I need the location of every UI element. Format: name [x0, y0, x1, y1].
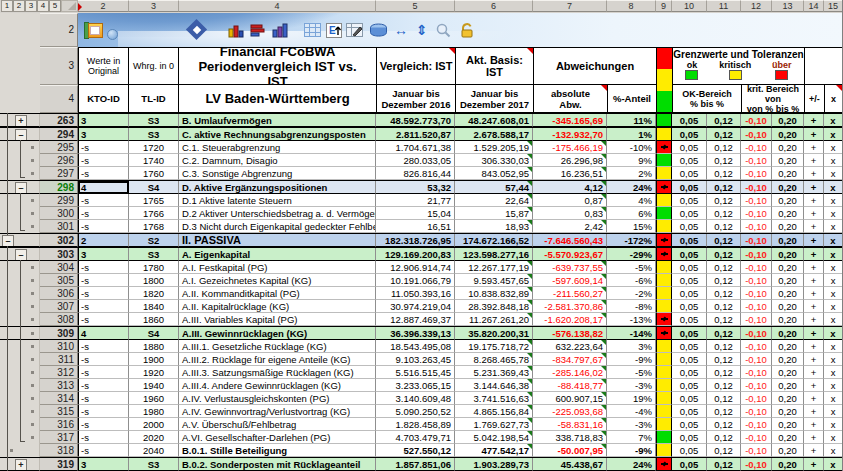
cell-plusminus[interactable]: + — [804, 220, 824, 233]
database-icon[interactable] — [369, 23, 388, 38]
row-number-311[interactable]: 311 — [40, 353, 78, 366]
cell-tl-id[interactable]: 1920 — [129, 366, 179, 379]
cell-value-2016[interactable]: 16,51 — [376, 220, 455, 233]
cell-krit-from[interactable]: -0,10 — [741, 340, 772, 353]
cell-tl-id[interactable]: 1768 — [129, 220, 179, 233]
cell-position-label[interactable]: II. PASSIVA — [179, 234, 376, 247]
cell-absolute-abw[interactable]: -597.609,14 — [533, 274, 607, 287]
row-number-310[interactable]: 310 — [40, 340, 78, 353]
cell-krit-to[interactable]: 0,20 — [772, 366, 804, 379]
cell-traffic-light-red[interactable] — [656, 313, 672, 326]
cell-position-label[interactable]: A.II. Kapitalrücklage (KG) — [179, 300, 376, 313]
padlock-open-icon[interactable] — [459, 22, 475, 38]
cell-x-flag[interactable]: x — [824, 154, 842, 167]
cell-tl-id[interactable]: 1860 — [129, 313, 179, 326]
row-number-294[interactable]: 294 — [40, 128, 78, 141]
cell-krit-to[interactable]: 0,20 — [772, 181, 804, 194]
cell-value-2017[interactable]: 5.042.198,54 — [455, 431, 533, 444]
cell-krit-to[interactable]: 0,20 — [772, 392, 804, 405]
cell-absolute-abw[interactable]: 16.236,51 — [533, 167, 607, 180]
cell-absolute-abw[interactable]: -285.146,02 — [533, 366, 607, 379]
cell-position-label[interactable]: A.V. Überschuß/Fehlbetrag — [179, 418, 376, 431]
cell-krit-from[interactable]: -0,10 — [741, 114, 772, 127]
diamond-icon[interactable] — [180, 19, 214, 41]
cell-position-label[interactable]: C. aktive Rechnungsabgrenzungsposten — [179, 128, 376, 141]
cell-kto-id[interactable]: -s — [78, 167, 129, 180]
cell-value-2016[interactable]: 12.887.469,37 — [376, 313, 455, 326]
cell-position-label[interactable]: A.III. Gewinnrücklagen (KG) — [179, 327, 376, 340]
cell-ok-to[interactable]: 0,12 — [707, 287, 741, 300]
row-number-301[interactable]: 301 — [40, 220, 78, 233]
cell-value-2016[interactable]: 12.906.914,74 — [376, 261, 455, 274]
cell-tl-id[interactable]: S4 — [129, 181, 179, 194]
cell-ok-from[interactable]: 0,05 — [672, 141, 707, 154]
cell-ok-from[interactable]: 0,05 — [672, 194, 707, 207]
cell-krit-to[interactable]: 0,20 — [772, 431, 804, 444]
cell-value-2016[interactable]: 280.033,05 — [376, 154, 455, 167]
abweichungen-header[interactable]: Abweichungen — [533, 47, 657, 85]
cell-ok-to[interactable]: 0,12 — [707, 248, 741, 261]
cell-plusminus[interactable]: + — [804, 248, 824, 261]
x-header[interactable]: x — [824, 84, 843, 113]
cell-x-flag[interactable]: x — [824, 313, 842, 326]
cell-x-flag[interactable]: x — [824, 444, 842, 457]
cell-value-2016[interactable]: 5.090.250,52 — [376, 405, 455, 418]
cell-absolute-abw[interactable]: -88.418,77 — [533, 379, 607, 392]
cell-traffic-light-yellow[interactable] — [656, 379, 672, 392]
column-header-13[interactable]: 13 — [772, 0, 804, 12]
werte-in-original-header[interactable]: Werte in Original — [78, 47, 129, 85]
cell-value-2017[interactable]: 19.175.718,72 — [455, 340, 533, 353]
cell-plusminus[interactable]: + — [804, 379, 824, 392]
cell-ok-from[interactable]: 0,05 — [672, 353, 707, 366]
cell-position-label[interactable]: A.III. Variables Kapital (PG) — [179, 313, 376, 326]
outline-collapse-button[interactable]: – — [2, 235, 14, 247]
cell-traffic-light-yellow[interactable] — [656, 194, 672, 207]
cell-ok-to[interactable]: 0,12 — [707, 220, 741, 233]
cell-tl-id[interactable]: S3 — [129, 114, 179, 127]
cell-kto-id[interactable]: -s — [78, 379, 129, 392]
cell-x-flag[interactable]: x — [824, 431, 842, 444]
cell-position-label[interactable]: D.2 Aktiver Unterschiedsbetrag a. d. Ver… — [179, 207, 376, 220]
cell-traffic-light-green[interactable] — [656, 154, 672, 167]
cell-pct-anteil[interactable]: -10% — [607, 141, 656, 154]
cell-pct-anteil[interactable]: 24% — [607, 458, 656, 471]
outline-expand-button[interactable]: + — [15, 459, 27, 471]
cell-kto-id[interactable]: -s — [78, 141, 129, 154]
cell-tl-id[interactable]: 1880 — [129, 340, 179, 353]
cell-position-label[interactable]: A.III.1. Gesetzliche Rücklage (KG) — [179, 340, 376, 353]
cell-tl-id[interactable]: S3 — [129, 458, 179, 471]
cell-kto-id[interactable]: 3 — [78, 114, 129, 127]
cell-krit-from[interactable]: -0,10 — [741, 313, 772, 326]
cell-tl-id[interactable]: S4 — [129, 327, 179, 340]
cell-tl-id[interactable]: 1940 — [129, 379, 179, 392]
cell-position-label[interactable]: A.III.3. Satzungsmäßige Rücklagen (KG) — [179, 366, 376, 379]
cell-kto-id[interactable]: -s — [78, 220, 129, 233]
vergleich-header[interactable]: Vergleich: IST — [376, 47, 456, 85]
cell-kto-id[interactable]: -s — [78, 340, 129, 353]
cell-ok-from[interactable]: 0,05 — [672, 128, 707, 141]
cell-krit-to[interactable]: 0,20 — [772, 114, 804, 127]
cell-krit-to[interactable]: 0,20 — [772, 274, 804, 287]
cell-krit-from[interactable]: -0,10 — [741, 274, 772, 287]
cell-absolute-abw[interactable]: -639.737,55 — [533, 261, 607, 274]
cell-ok-to[interactable]: 0,12 — [707, 114, 741, 127]
cell-krit-to[interactable]: 0,20 — [772, 154, 804, 167]
cell-krit-to[interactable]: 0,20 — [772, 313, 804, 326]
cell-absolute-abw[interactable]: -50.007,95 — [533, 444, 607, 457]
swap-arrows-icon[interactable]: ↔ — [394, 23, 408, 37]
cell-pct-anteil[interactable]: 7% — [607, 431, 656, 444]
cell-ok-to[interactable]: 0,12 — [707, 392, 741, 405]
cell-value-2016[interactable]: 527.550,12 — [376, 444, 455, 457]
cell-tl-id[interactable]: S3 — [129, 128, 179, 141]
cell-traffic-light-yellow[interactable] — [656, 261, 672, 274]
cell-kto-id[interactable]: -s — [78, 287, 129, 300]
cell-plusminus[interactable]: + — [804, 181, 824, 194]
cell-x-flag[interactable]: x — [824, 114, 842, 127]
cell-pct-anteil[interactable]: 15% — [607, 220, 656, 233]
row-number-296[interactable]: 296 — [40, 154, 78, 167]
cell-pct-anteil[interactable]: 1% — [607, 128, 656, 141]
cell-value-2017[interactable]: 48.247.608,01 — [455, 114, 533, 127]
cell-ok-from[interactable]: 0,05 — [672, 181, 707, 194]
akt-basis-header[interactable]: Akt. Basis: IST — [455, 47, 534, 85]
cell-krit-from[interactable]: -0,10 — [741, 141, 772, 154]
